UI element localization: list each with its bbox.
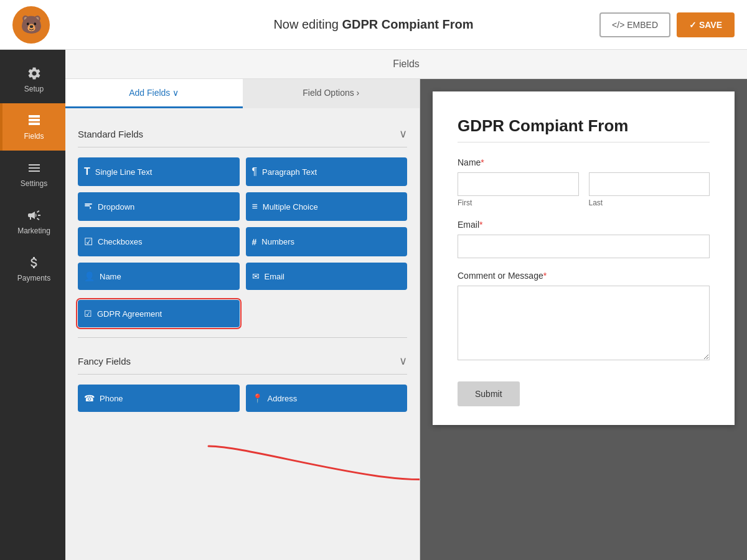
form-label-email: Email* [458,220,710,230]
fields-body: Add Fields ∨ Field Options › Standard Fi… [65,79,747,560]
topbar: 🐻 Now editing GDPR Compiant From </> EMB… [0,0,747,50]
form-preview-panel: GDPR Compiant From Name* First [420,79,747,560]
standard-fields-header[interactable]: Standard Fields ∨ [78,121,407,147]
name-fields-row: First Last [458,172,710,207]
sidebar-item-payments[interactable]: Payments [0,245,65,292]
name-last-field: Last [589,172,710,207]
gdpr-row: ☑ GDPR Agreement [78,300,407,327]
sidebar-item-marketing-label: Marketing [17,226,50,235]
save-button[interactable]: ✓ SAVE [677,12,735,37]
sidebar-item-marketing[interactable]: Marketing [0,198,65,245]
form-label-message: Comment or Message* [458,271,710,281]
sidebar-item-fields[interactable]: Fields [0,103,65,151]
paragraph-text-icon: ¶ [252,166,258,177]
name-first-input[interactable] [458,172,579,196]
field-btn-phone[interactable]: ☎ Phone [78,385,240,412]
field-btn-numbers[interactable]: # Numbers [246,227,408,256]
topbar-actions: </> EMBED ✓ SAVE [599,12,735,37]
field-btn-gdpr-agreement[interactable]: ☑ GDPR Agreement [78,300,240,327]
multiple-choice-icon: ≡ [252,201,258,212]
sidebar: Setup Fields Settings Marketing Payments [0,50,65,560]
page-title: Now editing GDPR Compiant From [273,17,473,32]
field-btn-email[interactable]: ✉ Email [246,263,408,290]
submit-button[interactable]: Submit [458,381,520,406]
dropdown-icon [84,202,93,212]
fields-divider [78,337,407,338]
left-panel: Add Fields ∨ Field Options › Standard Fi… [65,79,420,560]
form-preview: GDPR Compiant From Name* First [433,91,735,425]
tab-add-fields[interactable]: Add Fields ∨ [65,79,243,108]
form-title: GDPR Compiant From [458,116,710,136]
name-last-input[interactable] [589,172,710,196]
field-btn-single-line-text[interactable]: T Single Line Text [78,157,240,186]
tabs: Add Fields ∨ Field Options › [65,79,420,108]
sidebar-item-settings[interactable]: Settings [0,151,65,198]
tab-field-options[interactable]: Field Options › [243,79,420,108]
sidebar-item-fields-label: Fields [24,132,44,141]
field-btn-checkboxes[interactable]: ☑ Checkboxes [78,227,240,256]
field-btn-address[interactable]: 📍 Address [246,385,408,412]
numbers-icon: # [252,237,257,247]
fancy-fields-header[interactable]: Fancy Fields ∨ [78,348,407,375]
standard-fields-grid: T Single Line Text ¶ Paragraph Text Drop… [78,157,407,290]
name-first-field: First [458,172,579,207]
sidebar-item-setup-label: Setup [24,85,44,93]
phone-icon: ☎ [84,393,95,403]
content-area: Fields Add Fields ∨ Field Options › [65,50,747,560]
name-last-label: Last [589,198,710,207]
email-input[interactable] [458,235,710,258]
form-group-message: Comment or Message* [458,271,710,363]
panel-content: Standard Fields ∨ T Single Line Text ¶ P… [65,108,420,434]
svg-rect-0 [85,203,92,204]
embed-button[interactable]: </> EMBED [599,12,670,37]
checkboxes-icon: ☑ [84,236,93,248]
single-line-text-icon: T [84,166,90,177]
sidebar-item-setup[interactable]: Setup [0,56,65,103]
sidebar-item-payments-label: Payments [17,274,50,282]
standard-fields-chevron: ∨ [399,127,407,141]
form-group-name: Name* First Last [458,157,710,207]
fields-section-header: Fields [65,50,747,79]
gdpr-icon: ☑ [84,309,92,319]
form-label-name: Name* [458,157,710,167]
svg-rect-1 [85,205,90,206]
email-icon: ✉ [252,271,260,281]
field-btn-dropdown[interactable]: Dropdown [78,192,240,221]
field-btn-multiple-choice[interactable]: ≡ Multiple Choice [246,192,408,221]
fancy-fields-grid: ☎ Phone 📍 Address [78,385,407,412]
form-divider [458,142,710,142]
message-textarea[interactable] [458,286,710,360]
field-btn-paragraph-text[interactable]: ¶ Paragraph Text [246,157,408,186]
field-btn-name[interactable]: 👤 Name [78,263,240,290]
logo: 🐻 [12,6,50,44]
name-first-label: First [458,198,579,207]
sidebar-item-settings-label: Settings [21,179,47,188]
name-icon: 👤 [84,271,95,281]
fancy-fields-chevron: ∨ [399,354,407,368]
main-layout: Setup Fields Settings Marketing Payments… [0,50,747,560]
address-icon: 📍 [252,393,263,403]
arrow-indicator [202,440,420,517]
form-group-email: Email* [458,220,710,258]
